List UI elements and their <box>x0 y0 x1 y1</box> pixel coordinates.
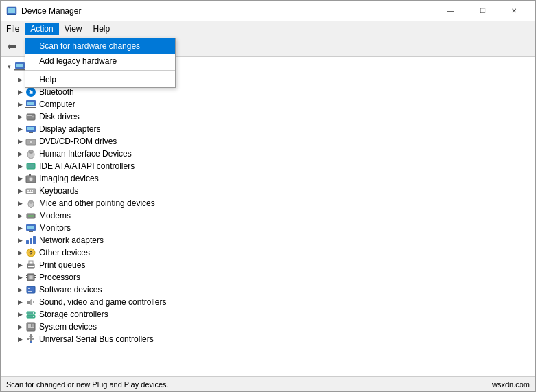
status-right: wsxdn.com <box>492 380 530 389</box>
usb-expander[interactable]: ▶ <box>14 334 25 345</box>
dvd-expander[interactable]: ▶ <box>14 136 25 147</box>
usb-label: Universal Serial Bus controllers <box>39 334 154 344</box>
minimize-button[interactable]: — <box>435 1 467 21</box>
storage-label: Storage controllers <box>39 310 108 319</box>
svg-rect-70 <box>29 261 33 264</box>
svg-rect-27 <box>27 102 34 105</box>
window-controls: — ☐ ✕ <box>435 1 530 21</box>
tree-item-print[interactable]: ▶ Print queues <box>1 259 535 271</box>
svg-rect-34 <box>29 132 33 133</box>
monitors-label: Monitors <box>39 223 71 233</box>
svg-rect-4 <box>10 45 16 48</box>
tree-item-processors[interactable]: ▶ Processors <box>1 271 535 284</box>
sound-label: Sound, video and game controllers <box>39 297 166 307</box>
modems-expander[interactable]: ▶ <box>14 210 25 221</box>
ide-icon <box>25 161 36 172</box>
storage-expander[interactable]: ▶ <box>14 309 25 320</box>
tree-item-disk[interactable]: ▶ Disk drives <box>1 111 535 123</box>
bluetooth-expander[interactable]: ▶ <box>14 87 25 97</box>
title-bar-left: Device Manager <box>6 5 81 16</box>
svg-point-87 <box>33 316 34 317</box>
menu-scan-hardware[interactable]: Scan for hardware changes <box>25 38 175 54</box>
tree-item-usb[interactable]: ▶ Universal Serial Bus controllers <box>1 333 535 345</box>
svg-rect-62 <box>29 231 33 232</box>
tree-item-keyboards[interactable]: ▶ Keyboards <box>1 185 535 197</box>
svg-rect-28 <box>25 107 36 108</box>
tree-item-network[interactable]: ▶ Network adapters <box>1 234 535 246</box>
svg-rect-52 <box>27 192 33 194</box>
software-expander[interactable]: ▶ <box>14 284 25 295</box>
processors-expander[interactable]: ▶ <box>14 272 25 283</box>
ide-expander[interactable]: ▶ <box>14 161 25 172</box>
tree-item-software[interactable]: ▶ Software devices <box>1 284 535 296</box>
processors-label: Processors <box>39 273 80 282</box>
sound-expander[interactable]: ▶ <box>14 297 25 308</box>
display-expander[interactable]: ▶ <box>14 124 25 135</box>
window-icon <box>6 5 17 16</box>
menu-action-container: Action Scan for hardware changes Add leg… <box>25 23 58 35</box>
svg-point-57 <box>28 216 30 217</box>
device-manager-window: Device Manager — ☐ ✕ File Action Scan fo… <box>0 0 536 392</box>
tree-item-modems[interactable]: ▶ Modems <box>1 209 535 222</box>
svg-point-30 <box>32 115 34 118</box>
tree-item-imaging[interactable]: ▶ Imaging devices <box>1 172 535 185</box>
svg-rect-42 <box>28 165 30 165</box>
tree-item-ide[interactable]: ▶ IDE ATA/ATAPI controllers <box>1 160 535 172</box>
tree-item-system[interactable]: ▶ System devices <box>1 321 535 333</box>
menu-help[interactable]: Help <box>88 21 116 36</box>
root-expander[interactable]: ▾ <box>3 61 14 72</box>
svg-rect-73 <box>29 275 33 279</box>
svg-point-96 <box>32 338 34 340</box>
menu-view[interactable]: View <box>59 21 88 36</box>
tree-item-display[interactable]: ▶ Display adapters <box>1 123 535 135</box>
tree-item-dvd[interactable]: ▶ DVD/CD-ROM drives <box>1 135 535 148</box>
system-icon <box>25 321 36 332</box>
svg-rect-66 <box>33 236 36 244</box>
back-button[interactable] <box>3 38 20 55</box>
main-content: ▾ DESKTOP-PC ▶ <box>1 57 535 376</box>
computer-expander[interactable]: ▶ <box>14 99 25 110</box>
tree-item-other[interactable]: ▶ ? Other devices <box>1 246 535 259</box>
keyboards-expander[interactable]: ▶ <box>14 185 25 196</box>
monitors-expander[interactable]: ▶ <box>14 222 25 233</box>
device-tree[interactable]: ▾ DESKTOP-PC ▶ <box>1 57 535 376</box>
usb-icon <box>25 334 36 345</box>
menu-file[interactable]: File <box>1 21 25 36</box>
hid-label: Human Interface Devices <box>39 149 132 159</box>
tree-item-sound[interactable]: ▶ Sound, video and game controllers <box>1 296 535 308</box>
tree-item-monitors[interactable]: ▶ Monitors <box>1 222 535 234</box>
maximize-button[interactable]: ☐ <box>467 1 498 21</box>
svg-rect-49 <box>27 190 29 192</box>
computer-label: Computer <box>39 100 75 109</box>
svg-marker-93 <box>29 334 33 337</box>
svg-rect-37 <box>27 141 30 141</box>
svg-rect-33 <box>27 127 34 130</box>
svg-rect-95 <box>27 338 29 340</box>
menu-action[interactable]: Action <box>25 23 58 35</box>
modems-label: Modems <box>39 211 71 220</box>
svg-rect-63 <box>30 231 32 231</box>
mice-expander[interactable]: ▶ <box>14 198 25 209</box>
menu-help[interactable]: Help <box>25 72 175 87</box>
hid-expander[interactable]: ▶ <box>14 148 25 159</box>
tree-item-computer[interactable]: ▶ Computer <box>1 98 535 111</box>
monitors-icon <box>25 222 36 233</box>
imaging-expander[interactable]: ▶ <box>14 173 25 184</box>
tree-item-hid[interactable]: ▶ Human Interface Devices <box>1 148 535 160</box>
other-label: Other devices <box>39 248 90 257</box>
svg-marker-3 <box>8 43 10 50</box>
disk-expander[interactable]: ▶ <box>14 111 25 122</box>
close-button[interactable]: ✕ <box>498 1 530 21</box>
svg-rect-21 <box>18 69 22 69</box>
tree-item-storage[interactable]: ▶ Storage controllers <box>1 308 535 321</box>
tree-item-bluetooth[interactable]: ▶ Bluetooth <box>1 86 535 98</box>
batteries-expander[interactable]: ▶ <box>14 74 25 85</box>
tree-item-mice[interactable]: ▶ Mice and other pointing devices <box>1 197 535 209</box>
menu-add-legacy[interactable]: Add legacy hardware <box>25 54 175 69</box>
print-expander[interactable]: ▶ <box>14 260 25 270</box>
computer-item-icon <box>25 99 36 110</box>
network-expander[interactable]: ▶ <box>14 235 25 246</box>
other-expander[interactable]: ▶ <box>14 247 25 258</box>
system-expander[interactable]: ▶ <box>14 321 25 332</box>
svg-rect-76 <box>34 275 36 276</box>
